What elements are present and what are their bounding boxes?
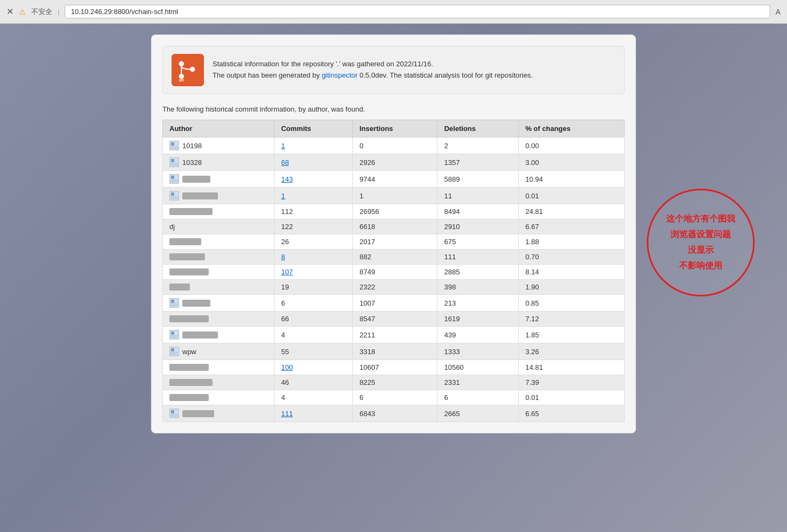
- author-cell: 10328: [163, 154, 275, 171]
- deletions-cell: 213: [437, 295, 518, 312]
- commits-cell[interactable]: 1: [275, 188, 353, 204]
- col-author: Author: [163, 120, 275, 137]
- warning-icon: ⚠: [19, 8, 26, 16]
- author-name: ██████: [182, 300, 210, 307]
- insertions-cell: 882: [353, 250, 437, 265]
- commits-cell: 122: [275, 219, 353, 234]
- insertions-cell: 2211: [353, 327, 437, 343]
- author-name: █████████: [169, 268, 209, 275]
- author-name: dj: [169, 223, 175, 231]
- avatar-icon: [169, 191, 179, 201]
- table-row: ████████11110.01: [163, 188, 625, 204]
- deletions-cell: 1357: [437, 154, 518, 171]
- deletions-cell: 439: [437, 327, 518, 343]
- insecure-label: 不安全: [31, 7, 52, 17]
- commits-link[interactable]: 8: [281, 253, 285, 261]
- pct-cell: 1.85: [518, 327, 624, 343]
- author-cell: dj: [163, 219, 275, 234]
- author-cell: ███████: [163, 405, 275, 422]
- annotation-circle: 这个地方有个图我 浏览器设置问题 没显示 不影响使用: [647, 189, 755, 296]
- insertions-cell: 3318: [353, 343, 437, 360]
- commits-cell[interactable]: 111: [275, 405, 353, 422]
- author-content: ████████: [169, 191, 268, 201]
- author-cell: s████████: [163, 312, 275, 327]
- author-cell: wpw: [163, 343, 275, 360]
- commits-cell: 19: [275, 280, 353, 295]
- insertions-cell: 2322: [353, 280, 437, 295]
- commits-link[interactable]: 100: [281, 363, 293, 371]
- commits-cell: 112: [275, 204, 353, 219]
- main-card: git Statistical information for the repo…: [151, 34, 636, 433]
- svg-text:git: git: [179, 78, 184, 82]
- pct-cell: 0.01: [518, 390, 624, 405]
- svg-point-0: [179, 61, 184, 66]
- author-cell: ███████: [163, 234, 275, 250]
- commits-link[interactable]: 1: [281, 192, 285, 200]
- avatar-icon: [169, 347, 179, 356]
- col-insertions: Insertions: [353, 120, 437, 137]
- commits-cell[interactable]: 8: [275, 250, 353, 265]
- table-row: 101981020.00: [163, 137, 625, 154]
- stat-line1: Statistical information for the reposito…: [213, 59, 533, 70]
- pct-cell: 7.39: [518, 375, 624, 390]
- deletions-cell: 10560: [437, 360, 518, 375]
- commits-cell[interactable]: 68: [275, 154, 353, 171]
- author-name: z████████: [169, 394, 209, 401]
- pct-cell: 0.70: [518, 250, 624, 265]
- pct-cell: 24.81: [518, 204, 624, 219]
- insertions-cell: 0: [353, 137, 437, 154]
- author-name: ██████: [182, 176, 210, 183]
- table-row: s████████66854716197.12: [163, 312, 625, 327]
- author-content: █████████: [169, 364, 268, 371]
- insertions-cell: 10607: [353, 360, 437, 375]
- commits-link[interactable]: 68: [281, 158, 289, 167]
- author-content: ██████████: [169, 379, 268, 386]
- commits-table: Author Commits Insertions Deletions % of…: [162, 120, 625, 422]
- table-row: ta██████422114391.85: [163, 327, 625, 343]
- author-cell: █████████: [163, 360, 275, 375]
- header-section: git Statistical information for the repo…: [162, 46, 625, 94]
- commits-link[interactable]: 143: [281, 175, 293, 183]
- table-row: █████████100106071056014.81: [163, 360, 625, 375]
- author-name: █████████: [169, 364, 209, 371]
- svg-rect-22: [171, 192, 174, 196]
- table-row: z████████4660.01: [163, 390, 625, 405]
- pct-cell: 6.65: [518, 405, 624, 422]
- author-cell: █████████: [163, 265, 275, 280]
- url-bar[interactable]: 10.10.246.29:8800/vchain-scf.html: [65, 5, 770, 18]
- commits-cell: 4: [275, 327, 353, 343]
- table-row: ███████2620176751.88: [163, 234, 625, 250]
- close-button[interactable]: ✕: [6, 6, 13, 17]
- insertions-cell: 9744: [353, 171, 437, 188]
- deletions-cell: 2910: [437, 219, 518, 234]
- commits-link[interactable]: 111: [281, 410, 293, 418]
- table-row: ███████111684326656.65: [163, 405, 625, 422]
- font-button[interactable]: A: [776, 8, 781, 16]
- author-cell: ████████: [163, 250, 275, 265]
- commits-cell: 26: [275, 234, 353, 250]
- author-cell: z████████: [163, 390, 275, 405]
- commits-cell[interactable]: 143: [275, 171, 353, 188]
- table-row: ██████610072130.85: [163, 295, 625, 312]
- commits-cell[interactable]: 107: [275, 265, 353, 280]
- author-name: ██████████: [169, 379, 213, 386]
- commits-cell[interactable]: 1: [275, 137, 353, 154]
- author-cell: ████████: [163, 188, 275, 204]
- gitinspector-link[interactable]: gitinspector: [321, 71, 357, 79]
- col-commits: Commits: [275, 120, 353, 137]
- commits-link[interactable]: 1: [281, 142, 285, 150]
- commits-link[interactable]: 107: [281, 268, 293, 276]
- commits-cell[interactable]: 100: [275, 360, 353, 375]
- table-row: ████████88821110.70: [163, 250, 625, 265]
- avatar-icon: [169, 330, 179, 340]
- author-content: wpw: [169, 347, 268, 356]
- commits-cell: 46: [275, 375, 353, 390]
- deletions-cell: 675: [437, 234, 518, 250]
- avatar-icon: [169, 174, 179, 184]
- author-content: 10328: [169, 157, 268, 167]
- insertions-cell: 6618: [353, 219, 437, 234]
- author-content: ████████: [169, 253, 268, 260]
- insertions-cell: 8225: [353, 375, 437, 390]
- annotation-text: 这个地方有个图我 浏览器设置问题 没显示 不影响使用: [666, 211, 735, 273]
- table-row: ████1923223981.90: [163, 280, 625, 295]
